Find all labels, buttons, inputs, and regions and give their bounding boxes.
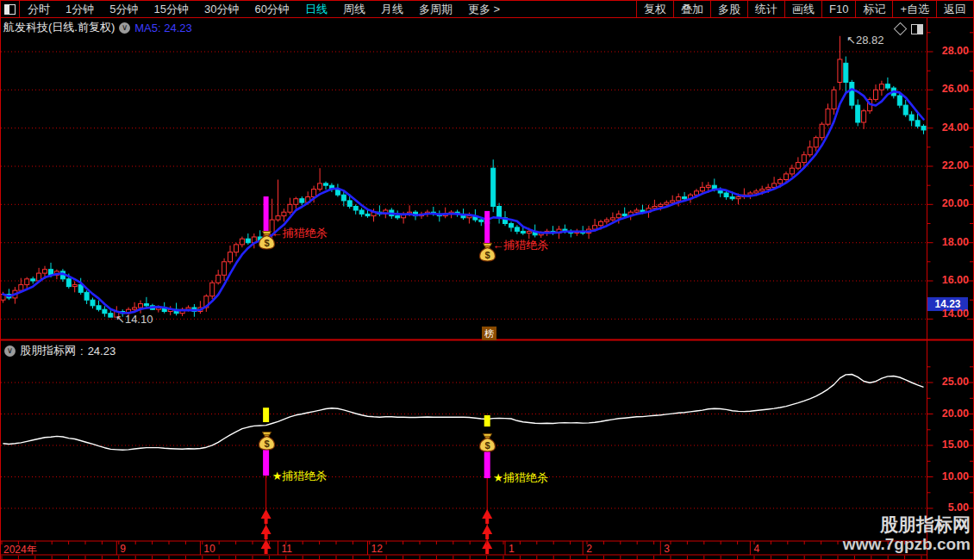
- time-axis-label: 12: [371, 543, 383, 555]
- low-annotation: ↖14.10: [116, 313, 153, 326]
- watermark-site-url: www.7gpzb.com: [843, 535, 971, 554]
- chevron-down-icon[interactable]: ∨: [119, 22, 130, 34]
- chart-title: 航发科技(日线.前复权): [3, 20, 115, 35]
- toolbar-button-0[interactable]: 复权: [636, 1, 673, 17]
- toolbar-button-1[interactable]: 叠加: [673, 1, 710, 17]
- svg-text:$: $: [264, 439, 269, 449]
- up-arrow-icon: [482, 509, 492, 524]
- time-axis-label: 10: [203, 543, 215, 555]
- toolbar-button-5[interactable]: F10: [821, 1, 855, 17]
- up-arrow-icon: [482, 539, 492, 554]
- toolbar-tab-9[interactable]: 多周期: [411, 2, 460, 17]
- indicator-axis-label: 20.00: [929, 408, 969, 420]
- money-bag-icon: $: [258, 230, 276, 250]
- signal-bar-main: [484, 211, 490, 244]
- time-axis-label: 11: [282, 543, 292, 555]
- toolbar-tab-7[interactable]: 周线: [335, 2, 373, 17]
- up-arrow-icon: [261, 509, 272, 524]
- chart-canvas[interactable]: [0, 0, 974, 560]
- chevron-down-icon[interactable]: ∨: [4, 345, 16, 357]
- price-axis-label: 18.00: [929, 236, 969, 248]
- toolbar-tab-1[interactable]: 1分钟: [58, 2, 102, 17]
- toolbar-tab-5[interactable]: 60分钟: [247, 2, 297, 17]
- watermark: 股朋指标网 www.7gpzb.com: [843, 514, 971, 554]
- signal-bar-magenta: [484, 451, 490, 478]
- period-tabs: 分时1分钟5分钟15分钟30分钟60分钟日线周线月线多周期更多 >: [20, 2, 508, 17]
- split-screen-icon[interactable]: [911, 24, 923, 34]
- window-layout-icon: [4, 4, 16, 15]
- price-axis-label: 26.00: [929, 83, 969, 95]
- window-layout-button[interactable]: [1, 1, 20, 17]
- svg-text:$: $: [485, 440, 490, 451]
- signal-bar-magenta: [263, 450, 269, 476]
- indicator-axis-label: 10.00: [929, 470, 969, 482]
- toolbar-tab-6[interactable]: 日线: [297, 2, 335, 17]
- price-axis-label: 16.00: [929, 274, 969, 286]
- toolbar-button-7[interactable]: +自选: [892, 1, 936, 17]
- svg-text:$: $: [485, 250, 490, 260]
- toolbar-tab-0[interactable]: 分时: [20, 2, 58, 17]
- toolbar-button-6[interactable]: 标记: [855, 1, 892, 17]
- indicator-value-label: 24.23: [88, 345, 116, 358]
- indicator-axis-label: 25.00: [929, 376, 969, 388]
- time-axis-label: 1: [509, 543, 515, 555]
- signal-bar-main: [264, 196, 269, 233]
- ma5-line: [3, 89, 924, 313]
- candlestick-series: [1, 36, 926, 317]
- svg-text:$: $: [264, 238, 269, 248]
- signal-label-main-0: ←捕猎绝杀: [272, 226, 328, 241]
- price-axis-label: 14.00: [929, 308, 969, 320]
- time-axis-label: 2: [586, 543, 592, 555]
- up-arrow-icon: [261, 525, 272, 539]
- indicator-name-label: 股朋指标网: [20, 343, 76, 358]
- toolbar-right-buttons: 复权叠加多股统计画线F10标记+自选返回: [636, 1, 973, 17]
- signal-bar-yellow: [484, 415, 490, 426]
- time-axis-label: 3: [664, 543, 670, 555]
- up-arrow-icon: [482, 525, 492, 539]
- toolbar-tab-2[interactable]: 5分钟: [102, 2, 146, 17]
- indicator-axis-label: 5.00: [929, 501, 969, 513]
- money-bag-icon: $: [258, 431, 276, 451]
- rank-tag: 榜: [482, 327, 496, 340]
- star-icon: ★: [272, 470, 283, 482]
- indicator-line: [3, 375, 924, 451]
- signal-label-lower-0: ★捕猎绝杀: [272, 469, 328, 484]
- toolbar-tab-10[interactable]: 更多 >: [460, 2, 508, 17]
- indicator-axis-label: 15.00: [929, 439, 969, 451]
- money-bag-icon: $: [478, 242, 496, 262]
- toolbar-button-2[interactable]: 多股: [710, 1, 747, 17]
- toolbar-tab-3[interactable]: 15分钟: [146, 2, 196, 17]
- signal-bar-yellow: [263, 408, 269, 422]
- toolbar-button-3[interactable]: 统计: [747, 1, 784, 17]
- ma5-value-label: MA5: 24.23: [134, 22, 192, 34]
- signal-label-lower-1: ★捕猎绝杀: [493, 470, 548, 486]
- time-axis-label: 4: [753, 543, 759, 555]
- signal-label-main-1: ←捕猎绝杀: [492, 238, 548, 253]
- toolbar-button-4[interactable]: 画线: [784, 1, 821, 17]
- time-axis-year-label: 2024年: [3, 543, 37, 557]
- price-axis-label: 24.00: [929, 121, 969, 134]
- indicator-separator: :: [80, 345, 84, 358]
- money-bag-icon: $: [478, 432, 496, 452]
- top-toolbar: 分时1分钟5分钟15分钟30分钟60分钟日线周线月线多周期更多 > 复权叠加多股…: [1, 1, 973, 17]
- toolbar-button-8[interactable]: 返回: [936, 1, 973, 17]
- high-annotation: ↖28.82: [846, 34, 883, 47]
- watermark-site-name: 股朋指标网: [843, 514, 971, 535]
- time-axis-label: 9: [120, 543, 126, 555]
- star-icon: ★: [493, 471, 503, 484]
- toolbar-tab-4[interactable]: 30分钟: [197, 2, 247, 17]
- price-axis-label: 20.00: [929, 197, 969, 209]
- price-axis-label: 28.00: [929, 45, 969, 57]
- toolbar-tab-8[interactable]: 月线: [373, 2, 411, 17]
- price-axis-label: 22.00: [929, 159, 969, 171]
